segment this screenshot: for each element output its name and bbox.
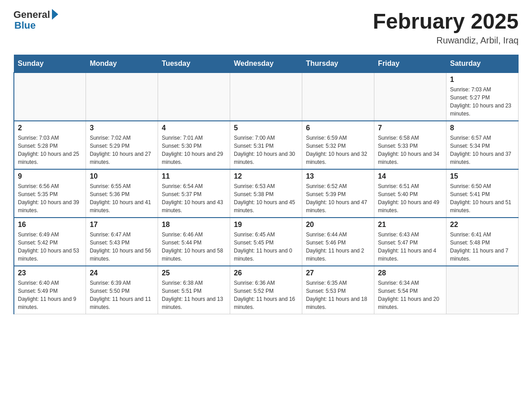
day-info: Sunrise: 6:41 AMSunset: 5:48 PMDaylight:…: [450, 231, 515, 263]
calendar-day-26: 26Sunrise: 6:36 AMSunset: 5:52 PMDayligh…: [230, 266, 302, 314]
calendar-day-12: 12Sunrise: 6:53 AMSunset: 5:38 PMDayligh…: [230, 169, 302, 218]
day-info: Sunrise: 6:53 AMSunset: 5:38 PMDaylight:…: [234, 182, 298, 214]
calendar-day-6: 6Sunrise: 6:59 AMSunset: 5:32 PMDaylight…: [302, 121, 374, 169]
calendar-day-25: 25Sunrise: 6:38 AMSunset: 5:51 PMDayligh…: [158, 266, 230, 314]
day-number: 6: [306, 124, 370, 132]
logo-arrow-icon: [52, 9, 58, 20]
weekday-header-monday: Monday: [86, 55, 158, 73]
calendar-day-empty: [230, 73, 302, 121]
day-number: 15: [450, 172, 515, 180]
day-info: Sunrise: 6:36 AMSunset: 5:52 PMDaylight:…: [234, 279, 298, 311]
calendar-day-20: 20Sunrise: 6:44 AMSunset: 5:46 PMDayligh…: [302, 218, 374, 266]
logo-blue-text: Blue: [13, 20, 36, 31]
day-number: 26: [234, 269, 298, 277]
day-info: Sunrise: 7:03 AMSunset: 5:28 PMDaylight:…: [18, 134, 82, 166]
calendar-day-17: 17Sunrise: 6:47 AMSunset: 5:43 PMDayligh…: [86, 218, 158, 266]
calendar-day-5: 5Sunrise: 7:00 AMSunset: 5:31 PMDaylight…: [230, 121, 302, 169]
weekday-header-wednesday: Wednesday: [230, 55, 302, 73]
calendar-day-8: 8Sunrise: 6:57 AMSunset: 5:34 PMDaylight…: [446, 121, 519, 169]
calendar-day-15: 15Sunrise: 6:50 AMSunset: 5:41 PMDayligh…: [446, 169, 519, 218]
day-number: 10: [90, 172, 154, 180]
day-info: Sunrise: 6:35 AMSunset: 5:53 PMDaylight:…: [306, 279, 370, 311]
day-info: Sunrise: 6:44 AMSunset: 5:46 PMDaylight:…: [306, 231, 370, 263]
calendar-day-empty: [374, 73, 446, 121]
day-info: Sunrise: 6:38 AMSunset: 5:51 PMDaylight:…: [162, 279, 226, 311]
calendar-day-empty: [446, 266, 519, 314]
logo: General Blue: [13, 9, 58, 31]
calendar-week-row: 2Sunrise: 7:03 AMSunset: 5:28 PMDaylight…: [14, 121, 519, 169]
day-number: 7: [378, 124, 442, 132]
title-block: February 2025 Ruwandiz, Arbil, Iraq: [373, 9, 519, 46]
day-number: 19: [234, 221, 298, 229]
calendar-day-10: 10Sunrise: 6:55 AMSunset: 5:36 PMDayligh…: [86, 169, 158, 218]
day-number: 28: [378, 269, 442, 277]
calendar-day-11: 11Sunrise: 6:54 AMSunset: 5:37 PMDayligh…: [158, 169, 230, 218]
day-number: 25: [162, 269, 226, 277]
day-number: 21: [378, 221, 442, 229]
calendar-week-row: 1Sunrise: 7:03 AMSunset: 5:27 PMDaylight…: [14, 73, 519, 121]
calendar-day-empty: [302, 73, 374, 121]
day-number: 23: [18, 269, 82, 277]
day-info: Sunrise: 6:34 AMSunset: 5:54 PMDaylight:…: [378, 279, 442, 311]
day-number: 18: [162, 221, 226, 229]
day-number: 3: [90, 124, 154, 132]
calendar-day-19: 19Sunrise: 6:45 AMSunset: 5:45 PMDayligh…: [230, 218, 302, 266]
weekday-header-sunday: Sunday: [14, 55, 86, 73]
day-info: Sunrise: 6:55 AMSunset: 5:36 PMDaylight:…: [90, 182, 154, 214]
calendar-day-13: 13Sunrise: 6:52 AMSunset: 5:39 PMDayligh…: [302, 169, 374, 218]
day-info: Sunrise: 6:57 AMSunset: 5:34 PMDaylight:…: [450, 134, 515, 166]
day-info: Sunrise: 6:52 AMSunset: 5:39 PMDaylight:…: [306, 182, 370, 214]
calendar-subtitle: Ruwandiz, Arbil, Iraq: [373, 35, 519, 46]
calendar-day-24: 24Sunrise: 6:39 AMSunset: 5:50 PMDayligh…: [86, 266, 158, 314]
calendar-title: February 2025: [373, 9, 519, 34]
day-number: 1: [450, 76, 515, 84]
day-number: 12: [234, 172, 298, 180]
day-number: 14: [378, 172, 442, 180]
calendar-day-18: 18Sunrise: 6:46 AMSunset: 5:44 PMDayligh…: [158, 218, 230, 266]
page-header: General Blue February 2025 Ruwandiz, Arb…: [13, 9, 519, 46]
calendar-day-14: 14Sunrise: 6:51 AMSunset: 5:40 PMDayligh…: [374, 169, 446, 218]
calendar-day-28: 28Sunrise: 6:34 AMSunset: 5:54 PMDayligh…: [374, 266, 446, 314]
day-info: Sunrise: 7:03 AMSunset: 5:27 PMDaylight:…: [450, 86, 515, 118]
day-number: 17: [90, 221, 154, 229]
calendar-day-empty: [14, 73, 86, 121]
day-info: Sunrise: 6:50 AMSunset: 5:41 PMDaylight:…: [450, 182, 515, 214]
weekday-header-tuesday: Tuesday: [158, 55, 230, 73]
day-info: Sunrise: 6:59 AMSunset: 5:32 PMDaylight:…: [306, 134, 370, 166]
day-number: 16: [18, 221, 82, 229]
calendar-day-9: 9Sunrise: 6:56 AMSunset: 5:35 PMDaylight…: [14, 169, 86, 218]
calendar-day-empty: [158, 73, 230, 121]
day-number: 27: [306, 269, 370, 277]
calendar-day-1: 1Sunrise: 7:03 AMSunset: 5:27 PMDaylight…: [446, 73, 519, 121]
day-info: Sunrise: 6:43 AMSunset: 5:47 PMDaylight:…: [378, 231, 442, 263]
day-number: 9: [18, 172, 82, 180]
calendar-day-7: 7Sunrise: 6:58 AMSunset: 5:33 PMDaylight…: [374, 121, 446, 169]
day-number: 4: [162, 124, 226, 132]
calendar-week-row: 23Sunrise: 6:40 AMSunset: 5:49 PMDayligh…: [14, 266, 519, 314]
day-info: Sunrise: 7:00 AMSunset: 5:31 PMDaylight:…: [234, 134, 298, 166]
day-number: 20: [306, 221, 370, 229]
day-number: 2: [18, 124, 82, 132]
calendar-week-row: 16Sunrise: 6:49 AMSunset: 5:42 PMDayligh…: [14, 218, 519, 266]
day-info: Sunrise: 6:39 AMSunset: 5:50 PMDaylight:…: [90, 279, 154, 311]
day-number: 11: [162, 172, 226, 180]
day-info: Sunrise: 6:51 AMSunset: 5:40 PMDaylight:…: [378, 182, 442, 214]
calendar-day-27: 27Sunrise: 6:35 AMSunset: 5:53 PMDayligh…: [302, 266, 374, 314]
calendar-table: SundayMondayTuesdayWednesdayThursdayFrid…: [13, 55, 519, 314]
calendar-day-3: 3Sunrise: 7:02 AMSunset: 5:29 PMDaylight…: [86, 121, 158, 169]
weekday-header-saturday: Saturday: [446, 55, 519, 73]
day-info: Sunrise: 6:49 AMSunset: 5:42 PMDaylight:…: [18, 231, 82, 263]
calendar-day-2: 2Sunrise: 7:03 AMSunset: 5:28 PMDaylight…: [14, 121, 86, 169]
day-info: Sunrise: 6:46 AMSunset: 5:44 PMDaylight:…: [162, 231, 226, 263]
day-info: Sunrise: 6:47 AMSunset: 5:43 PMDaylight:…: [90, 231, 154, 263]
day-info: Sunrise: 7:02 AMSunset: 5:29 PMDaylight:…: [90, 134, 154, 166]
day-number: 22: [450, 221, 515, 229]
calendar-week-row: 9Sunrise: 6:56 AMSunset: 5:35 PMDaylight…: [14, 169, 519, 218]
calendar-day-22: 22Sunrise: 6:41 AMSunset: 5:48 PMDayligh…: [446, 218, 519, 266]
day-number: 8: [450, 124, 515, 132]
calendar-day-23: 23Sunrise: 6:40 AMSunset: 5:49 PMDayligh…: [14, 266, 86, 314]
day-info: Sunrise: 7:01 AMSunset: 5:30 PMDaylight:…: [162, 134, 226, 166]
calendar-day-empty: [86, 73, 158, 121]
day-info: Sunrise: 6:54 AMSunset: 5:37 PMDaylight:…: [162, 182, 226, 214]
calendar-day-4: 4Sunrise: 7:01 AMSunset: 5:30 PMDaylight…: [158, 121, 230, 169]
